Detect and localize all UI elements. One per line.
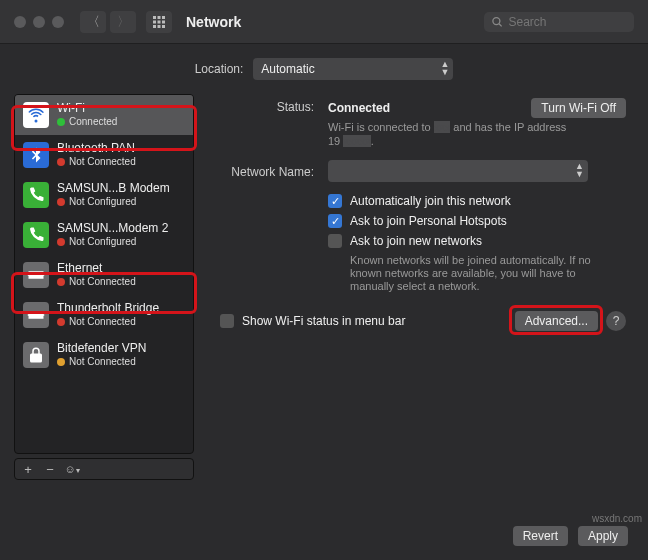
ask-new-networks-help: Known networks will be joined automatica…: [350, 254, 620, 293]
zoom-window-icon[interactable]: [52, 16, 64, 28]
sidebar-item-status: Not Configured: [57, 195, 170, 209]
status-value: Connected: [328, 101, 390, 115]
advanced-button[interactable]: Advanced...: [515, 311, 598, 331]
search-field[interactable]: [484, 12, 634, 32]
sidebar-item-status: Not Connected: [57, 275, 136, 289]
bluetooth-icon: [23, 142, 49, 168]
sidebar-item-samsun-modem-2[interactable]: SAMSUN...Modem 2Not Configured: [15, 215, 193, 255]
close-window-icon[interactable]: [14, 16, 26, 28]
apply-button[interactable]: Apply: [578, 526, 628, 546]
window-controls[interactable]: [14, 16, 64, 28]
grid-icon: [152, 15, 166, 29]
svg-rect-6: [153, 25, 156, 28]
sidebar-item-status: Connected: [57, 115, 117, 129]
revert-button[interactable]: Revert: [513, 526, 568, 546]
help-button[interactable]: ?: [606, 311, 626, 331]
svg-rect-3: [153, 20, 156, 23]
phone-icon: [23, 182, 49, 208]
status-label: Status:: [214, 98, 314, 148]
search-input[interactable]: [509, 15, 626, 29]
watermark: wsxdn.com: [592, 513, 642, 524]
auto-join-checkbox[interactable]: ✓ Automatically join this network: [328, 194, 626, 208]
checkbox-checked-icon: ✓: [328, 214, 342, 228]
minimize-window-icon[interactable]: [33, 16, 45, 28]
ask-new-networks-checkbox[interactable]: Ask to join new networks: [328, 234, 626, 248]
chevron-updown-icon: ▲▼: [575, 162, 584, 178]
sidebar-item-samsun-b-modem[interactable]: SAMSUN...B ModemNot Configured: [15, 175, 193, 215]
svg-rect-1: [158, 16, 161, 19]
ethernet-icon: [23, 302, 49, 328]
svg-rect-2: [162, 16, 165, 19]
service-list[interactable]: Wi-FiConnectedBluetooth PANNot Connected…: [14, 94, 194, 454]
checkbox-unchecked-icon: [328, 234, 342, 248]
wifi-icon: [23, 102, 49, 128]
footer-buttons: Revert Apply: [513, 526, 628, 546]
svg-line-10: [499, 23, 502, 26]
sidebar-item-bitdefender-vpn[interactable]: Bitdefender VPNNot Connected: [15, 335, 193, 375]
sidebar-item-label: Bitdefender VPN: [57, 341, 146, 355]
ask-hotspots-checkbox[interactable]: ✓ Ask to join Personal Hotspots: [328, 214, 626, 228]
sidebar-item-bluetooth-pan[interactable]: Bluetooth PANNot Connected: [15, 135, 193, 175]
svg-rect-8: [162, 25, 165, 28]
detail-pane: Status: Connected Turn Wi-Fi Off Wi-Fi i…: [206, 94, 634, 480]
sidebar-item-status: Not Connected: [57, 355, 146, 369]
ethernet-icon: [23, 262, 49, 288]
forward-button[interactable]: 〉: [110, 11, 136, 33]
add-service-button[interactable]: +: [19, 462, 37, 477]
phone-icon: [23, 222, 49, 248]
sidebar-item-label: Bluetooth PAN: [57, 141, 136, 155]
status-hint: Wi-Fi is connected to xxx and has the IP…: [328, 120, 568, 148]
network-name-popup[interactable]: ▲▼: [328, 160, 588, 182]
sidebar-item-status: Not Connected: [57, 315, 159, 329]
sidebar-item-status: Not Connected: [57, 155, 136, 169]
show-all-button[interactable]: [146, 11, 172, 33]
svg-point-9: [493, 17, 500, 24]
svg-rect-4: [158, 20, 161, 23]
titlebar: 〈 〉 Network: [0, 0, 648, 44]
svg-rect-5: [162, 20, 165, 23]
sidebar-item-label: SAMSUN...Modem 2: [57, 221, 168, 235]
window-title: Network: [186, 14, 241, 30]
lock-icon: [23, 342, 49, 368]
search-icon: [492, 16, 503, 28]
sidebar-item-ethernet[interactable]: EthernetNot Connected: [15, 255, 193, 295]
back-button[interactable]: 〈: [80, 11, 106, 33]
remove-service-button[interactable]: −: [41, 462, 59, 477]
sidebar-item-wi-fi[interactable]: Wi-FiConnected: [15, 95, 193, 135]
location-row: Location: Automatic ▲▼: [0, 44, 648, 94]
location-popup[interactable]: Automatic ▲▼: [253, 58, 453, 80]
location-value: Automatic: [261, 62, 314, 76]
service-list-toolbar: + − ☺︎▾: [14, 458, 194, 480]
svg-rect-7: [158, 25, 161, 28]
sidebar-item-label: SAMSUN...B Modem: [57, 181, 170, 195]
sidebar-item-label: Ethernet: [57, 261, 136, 275]
checkbox-unchecked-icon: [220, 314, 234, 328]
checkbox-checked-icon: ✓: [328, 194, 342, 208]
sidebar-item-label: Thunderbolt Bridge: [57, 301, 159, 315]
chevron-updown-icon: ▲▼: [440, 60, 449, 76]
network-name-label: Network Name:: [214, 163, 314, 179]
location-label: Location:: [195, 62, 244, 76]
service-actions-button[interactable]: ☺︎▾: [63, 463, 81, 475]
show-status-checkbox[interactable]: Show Wi-Fi status in menu bar: [220, 314, 405, 328]
sidebar-item-status: Not Configured: [57, 235, 168, 249]
sidebar-item-thunderbolt-bridge[interactable]: Thunderbolt BridgeNot Connected: [15, 295, 193, 335]
svg-rect-0: [153, 16, 156, 19]
turn-wifi-off-button[interactable]: Turn Wi-Fi Off: [531, 98, 626, 118]
sidebar-item-label: Wi-Fi: [57, 101, 117, 115]
